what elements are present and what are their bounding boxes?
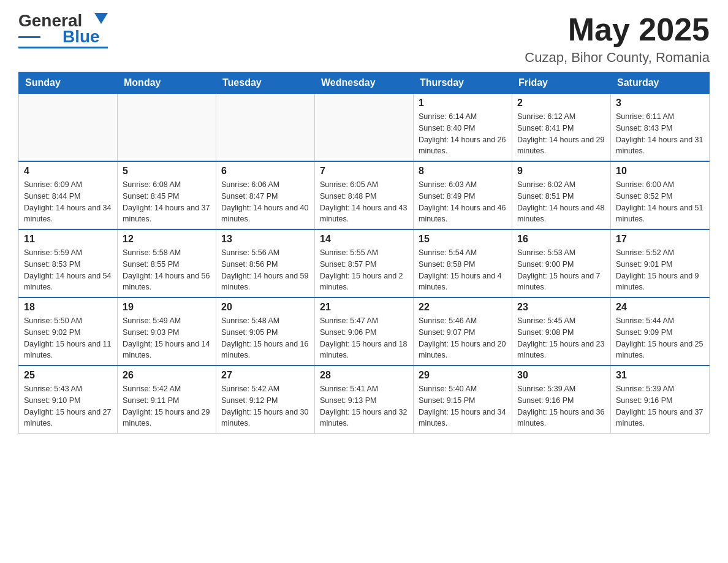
day-number: 8 <box>419 166 507 177</box>
day-number: 26 <box>123 370 211 381</box>
calendar-cell: 4Sunrise: 6:09 AMSunset: 8:44 PMDaylight… <box>19 161 118 229</box>
day-number: 16 <box>517 234 605 245</box>
calendar-cell: 12Sunrise: 5:58 AMSunset: 8:55 PMDayligh… <box>118 229 216 297</box>
day-info: Sunrise: 6:12 AMSunset: 8:41 PMDaylight:… <box>517 111 605 157</box>
svg-marker-0 <box>94 13 108 24</box>
day-number: 15 <box>419 234 507 245</box>
day-info: Sunrise: 5:45 AMSunset: 9:08 PMDaylight:… <box>517 315 605 361</box>
day-info: Sunrise: 6:09 AMSunset: 8:44 PMDaylight:… <box>24 179 112 225</box>
day-info: Sunrise: 6:02 AMSunset: 8:51 PMDaylight:… <box>517 179 605 225</box>
calendar-cell <box>118 94 216 162</box>
day-info: Sunrise: 5:39 AMSunset: 9:16 PMDaylight:… <box>616 383 704 429</box>
page-header: General Blue May 2025 Cuzap, Bihor Count… <box>18 12 710 66</box>
day-info: Sunrise: 5:46 AMSunset: 9:07 PMDaylight:… <box>419 315 507 361</box>
day-number: 18 <box>24 302 112 313</box>
calendar-cell <box>216 94 315 162</box>
month-title: May 2025 <box>525 12 710 47</box>
calendar-cell: 30Sunrise: 5:39 AMSunset: 9:16 PMDayligh… <box>512 366 611 434</box>
day-info: Sunrise: 5:42 AMSunset: 9:12 PMDaylight:… <box>221 383 309 429</box>
day-number: 25 <box>24 370 112 381</box>
day-info: Sunrise: 5:55 AMSunset: 8:57 PMDaylight:… <box>320 247 408 293</box>
day-info: Sunrise: 5:59 AMSunset: 8:53 PMDaylight:… <box>24 247 112 293</box>
calendar-cell: 25Sunrise: 5:43 AMSunset: 9:10 PMDayligh… <box>19 366 118 434</box>
day-info: Sunrise: 6:00 AMSunset: 8:52 PMDaylight:… <box>616 179 704 225</box>
day-number: 4 <box>24 166 112 177</box>
day-number: 20 <box>221 302 309 313</box>
day-info: Sunrise: 6:11 AMSunset: 8:43 PMDaylight:… <box>616 111 704 157</box>
calendar-cell: 3Sunrise: 6:11 AMSunset: 8:43 PMDaylight… <box>611 94 710 162</box>
day-info: Sunrise: 5:52 AMSunset: 9:01 PMDaylight:… <box>616 247 704 293</box>
day-number: 31 <box>616 370 704 381</box>
calendar-cell: 7Sunrise: 6:05 AMSunset: 8:48 PMDaylight… <box>315 161 414 229</box>
calendar-week-row-2: 4Sunrise: 6:09 AMSunset: 8:44 PMDaylight… <box>19 161 710 229</box>
calendar-table: SundayMondayTuesdayWednesdayThursdayFrid… <box>18 72 710 434</box>
calendar-cell: 9Sunrise: 6:02 AMSunset: 8:51 PMDaylight… <box>512 161 611 229</box>
day-info: Sunrise: 5:56 AMSunset: 8:56 PMDaylight:… <box>221 247 309 293</box>
calendar-cell <box>19 94 118 162</box>
calendar-header-wednesday: Wednesday <box>315 72 414 94</box>
day-info: Sunrise: 6:14 AMSunset: 8:40 PMDaylight:… <box>419 111 507 157</box>
day-number: 22 <box>419 302 507 313</box>
calendar-week-row-4: 18Sunrise: 5:50 AMSunset: 9:02 PMDayligh… <box>19 297 710 366</box>
calendar-cell: 19Sunrise: 5:49 AMSunset: 9:03 PMDayligh… <box>118 297 216 366</box>
day-number: 23 <box>517 302 605 313</box>
day-info: Sunrise: 6:03 AMSunset: 8:49 PMDaylight:… <box>419 179 507 225</box>
day-number: 9 <box>517 166 605 177</box>
day-number: 19 <box>123 302 211 313</box>
calendar-header-saturday: Saturday <box>611 72 710 94</box>
day-number: 6 <box>221 166 309 177</box>
day-info: Sunrise: 5:40 AMSunset: 9:15 PMDaylight:… <box>419 383 507 429</box>
day-info: Sunrise: 5:47 AMSunset: 9:06 PMDaylight:… <box>320 315 408 361</box>
calendar-cell: 2Sunrise: 6:12 AMSunset: 8:41 PMDaylight… <box>512 94 611 162</box>
calendar-cell: 15Sunrise: 5:54 AMSunset: 8:58 PMDayligh… <box>414 229 512 297</box>
calendar-cell: 28Sunrise: 5:41 AMSunset: 9:13 PMDayligh… <box>315 366 414 434</box>
day-info: Sunrise: 5:50 AMSunset: 9:02 PMDaylight:… <box>24 315 112 361</box>
calendar-cell: 10Sunrise: 6:00 AMSunset: 8:52 PMDayligh… <box>611 161 710 229</box>
day-info: Sunrise: 5:43 AMSunset: 9:10 PMDaylight:… <box>24 383 112 429</box>
day-number: 13 <box>221 234 309 245</box>
calendar-cell: 11Sunrise: 5:59 AMSunset: 8:53 PMDayligh… <box>19 229 118 297</box>
calendar-cell: 17Sunrise: 5:52 AMSunset: 9:01 PMDayligh… <box>611 229 710 297</box>
day-number: 14 <box>320 234 408 245</box>
calendar-cell: 21Sunrise: 5:47 AMSunset: 9:06 PMDayligh… <box>315 297 414 366</box>
location-subtitle: Cuzap, Bihor County, Romania <box>525 50 710 66</box>
day-info: Sunrise: 5:44 AMSunset: 9:09 PMDaylight:… <box>616 315 704 361</box>
day-info: Sunrise: 6:05 AMSunset: 8:48 PMDaylight:… <box>320 179 408 225</box>
calendar-header-friday: Friday <box>512 72 611 94</box>
calendar-cell: 16Sunrise: 5:53 AMSunset: 9:00 PMDayligh… <box>512 229 611 297</box>
day-number: 17 <box>616 234 704 245</box>
calendar-week-row-3: 11Sunrise: 5:59 AMSunset: 8:53 PMDayligh… <box>19 229 710 297</box>
day-number: 7 <box>320 166 408 177</box>
calendar-cell: 27Sunrise: 5:42 AMSunset: 9:12 PMDayligh… <box>216 366 315 434</box>
day-info: Sunrise: 5:42 AMSunset: 9:11 PMDaylight:… <box>123 383 211 429</box>
day-info: Sunrise: 5:54 AMSunset: 8:58 PMDaylight:… <box>419 247 507 293</box>
calendar-cell: 8Sunrise: 6:03 AMSunset: 8:49 PMDaylight… <box>414 161 512 229</box>
calendar-cell <box>315 94 414 162</box>
calendar-cell: 24Sunrise: 5:44 AMSunset: 9:09 PMDayligh… <box>611 297 710 366</box>
day-number: 29 <box>419 370 507 381</box>
calendar-week-row-1: 1Sunrise: 6:14 AMSunset: 8:40 PMDaylight… <box>19 94 710 162</box>
calendar-header-thursday: Thursday <box>414 72 512 94</box>
day-number: 11 <box>24 234 112 245</box>
calendar-cell: 22Sunrise: 5:46 AMSunset: 9:07 PMDayligh… <box>414 297 512 366</box>
calendar-header-sunday: Sunday <box>19 72 118 94</box>
day-info: Sunrise: 6:08 AMSunset: 8:45 PMDaylight:… <box>123 179 211 225</box>
day-number: 2 <box>517 98 605 109</box>
day-info: Sunrise: 5:39 AMSunset: 9:16 PMDaylight:… <box>517 383 605 429</box>
calendar-cell: 23Sunrise: 5:45 AMSunset: 9:08 PMDayligh… <box>512 297 611 366</box>
calendar-week-row-5: 25Sunrise: 5:43 AMSunset: 9:10 PMDayligh… <box>19 366 710 434</box>
logo: General Blue <box>18 12 108 48</box>
calendar-header-row: SundayMondayTuesdayWednesdayThursdayFrid… <box>19 72 710 94</box>
calendar-cell: 18Sunrise: 5:50 AMSunset: 9:02 PMDayligh… <box>19 297 118 366</box>
logo-triangle-icon <box>94 13 108 26</box>
day-number: 3 <box>616 98 704 109</box>
calendar-cell: 14Sunrise: 5:55 AMSunset: 8:57 PMDayligh… <box>315 229 414 297</box>
day-number: 12 <box>123 234 211 245</box>
day-info: Sunrise: 6:06 AMSunset: 8:47 PMDaylight:… <box>221 179 309 225</box>
day-info: Sunrise: 5:49 AMSunset: 9:03 PMDaylight:… <box>123 315 211 361</box>
calendar-cell: 6Sunrise: 6:06 AMSunset: 8:47 PMDaylight… <box>216 161 315 229</box>
day-number: 21 <box>320 302 408 313</box>
day-number: 27 <box>221 370 309 381</box>
calendar-header-tuesday: Tuesday <box>216 72 315 94</box>
calendar-cell: 20Sunrise: 5:48 AMSunset: 9:05 PMDayligh… <box>216 297 315 366</box>
